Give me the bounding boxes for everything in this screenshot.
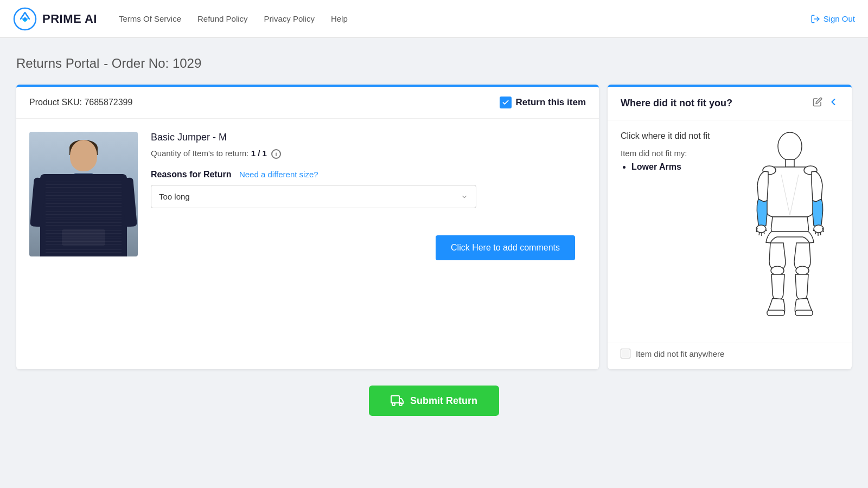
svg-line-15 bbox=[820, 232, 821, 235]
page-title: Returns Portal - Order No: 1029 bbox=[16, 54, 852, 72]
main-nav: Terms Of Service Refund Policy Privacy P… bbox=[119, 14, 810, 23]
fit-card: Where did it not fit you? bbox=[608, 85, 852, 369]
man-hands bbox=[62, 229, 105, 246]
checkmark-icon bbox=[502, 99, 509, 106]
edit-icon[interactable] bbox=[813, 97, 822, 110]
fit-list-item: Lower Arms bbox=[631, 162, 736, 172]
click-where-label: Click where it did not fit bbox=[621, 131, 736, 141]
svg-point-7 bbox=[756, 225, 766, 233]
svg-point-1 bbox=[23, 17, 27, 21]
product-body: Basic Jumper - M Quantity of Item's to r… bbox=[16, 119, 599, 273]
svg-rect-21 bbox=[767, 310, 784, 316]
nav-terms[interactable]: Terms Of Service bbox=[119, 14, 181, 23]
quantity-label: Quantity of Item's to return: bbox=[151, 149, 248, 158]
page-order-label: - Order No: 1029 bbox=[104, 56, 201, 70]
quantity-value: 1 / 1 bbox=[251, 149, 267, 158]
logo-text: PRIME AI bbox=[42, 12, 97, 26]
page-content: Returns Portal - Order No: 1029 Product … bbox=[0, 38, 868, 448]
main-grid: Product SKU: 7685872399 Return this item bbox=[16, 85, 852, 369]
info-icon[interactable]: i bbox=[271, 149, 281, 159]
svg-point-13 bbox=[814, 225, 824, 233]
svg-point-19 bbox=[771, 266, 784, 275]
fit-card-body: Click where it did not fit Item did not … bbox=[608, 120, 852, 343]
product-details: Basic Jumper - M Quantity of Item's to r… bbox=[151, 132, 586, 260]
svg-line-17 bbox=[815, 232, 816, 234]
sign-out-button[interactable]: Sign Out bbox=[810, 14, 855, 24]
reason-dropdown[interactable]: Too long Too short Too tight Too loose W… bbox=[151, 185, 476, 208]
svg-line-9 bbox=[759, 232, 760, 235]
svg-rect-22 bbox=[795, 310, 813, 316]
sign-out-label: Sign Out bbox=[824, 14, 855, 23]
man-head bbox=[70, 140, 97, 171]
man-sweater bbox=[40, 174, 127, 256]
page-title-main: Returns Portal bbox=[16, 56, 99, 70]
add-comments-button[interactable]: Click Here to add comments bbox=[436, 235, 575, 260]
did-not-fit-label: Item did not fit my: bbox=[621, 149, 736, 158]
nav-help[interactable]: Help bbox=[331, 14, 348, 23]
nowhere-label: Item did not fit anywhere bbox=[636, 349, 724, 358]
dropdown-wrap: Too long Too short Too tight Too loose W… bbox=[151, 185, 476, 219]
different-size-link[interactable]: Need a different size? bbox=[239, 170, 318, 179]
svg-rect-4 bbox=[786, 159, 794, 167]
submit-area: Submit Return bbox=[16, 369, 852, 421]
nav-refund[interactable]: Refund Policy bbox=[197, 14, 248, 23]
body-figure-area[interactable] bbox=[741, 131, 839, 332]
quantity-row: Quantity of Item's to return: 1 / 1 i bbox=[151, 149, 586, 159]
back-icon[interactable] bbox=[828, 97, 839, 110]
submit-return-button[interactable]: Submit Return bbox=[369, 386, 499, 416]
return-checkbox-area[interactable]: Return this item bbox=[500, 97, 586, 108]
header: PRIME AI Terms Of Service Refund Policy … bbox=[0, 0, 868, 38]
svg-point-3 bbox=[778, 132, 802, 160]
product-card: Product SKU: 7685872399 Return this item bbox=[16, 85, 599, 369]
card-header: Product SKU: 7685872399 Return this item bbox=[16, 87, 599, 119]
svg-point-20 bbox=[796, 266, 809, 275]
submit-return-label: Submit Return bbox=[410, 395, 477, 407]
nowhere-checkbox[interactable] bbox=[621, 349, 630, 358]
nav-privacy[interactable]: Privacy Policy bbox=[264, 14, 315, 23]
nowhere-row: Item did not fit anywhere bbox=[608, 343, 852, 369]
return-label: Return this item bbox=[516, 97, 586, 108]
logo-area: PRIME AI bbox=[13, 7, 97, 31]
reasons-label: Reasons for Return Need a different size… bbox=[151, 170, 586, 179]
product-image bbox=[29, 132, 138, 256]
svg-rect-25 bbox=[391, 396, 399, 403]
prime-ai-logo-icon bbox=[13, 7, 37, 31]
fit-list: Lower Arms bbox=[621, 162, 736, 172]
svg-point-27 bbox=[399, 403, 402, 406]
truck-icon bbox=[391, 394, 404, 407]
return-checkbox[interactable] bbox=[500, 97, 512, 108]
fit-card-title: Where did it not fit you? bbox=[621, 98, 732, 109]
product-name: Basic Jumper - M bbox=[151, 132, 586, 143]
body-figure-svg[interactable] bbox=[746, 131, 833, 332]
product-sku-value: 7685872399 bbox=[84, 98, 132, 107]
reasons-label-text: Reasons for Return bbox=[151, 170, 231, 179]
fit-info: Click where it did not fit Item did not … bbox=[621, 131, 741, 332]
sign-out-icon bbox=[810, 14, 820, 24]
fit-card-header: Where did it not fit you? bbox=[608, 87, 852, 120]
product-sku-label: Product SKU: bbox=[29, 98, 82, 107]
fit-card-icons bbox=[813, 97, 839, 110]
svg-point-26 bbox=[392, 403, 395, 406]
svg-line-11 bbox=[764, 232, 764, 234]
product-sku: Product SKU: 7685872399 bbox=[29, 98, 132, 107]
